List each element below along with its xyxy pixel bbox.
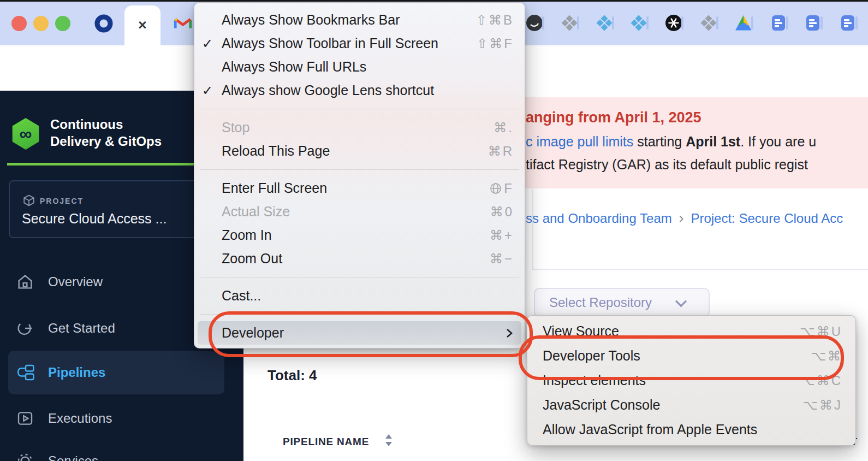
menu-item-label: Always Show Toolbar in Full Screen bbox=[222, 36, 438, 51]
menu-item-label: Cast... bbox=[222, 288, 261, 304]
menu-shortcut: ⌘0 bbox=[490, 204, 514, 220]
menu-separator bbox=[200, 169, 519, 170]
tab-separator bbox=[786, 16, 788, 29]
view-menu: Always Show Bookmarks Bar⇧⌘B✓Always Show… bbox=[194, 2, 525, 348]
menu-item-stop: Stop⌘. bbox=[194, 116, 525, 139]
menu-item-allow-javascript-from-apple-events[interactable]: Allow JavaScript from Apple Events bbox=[527, 417, 855, 442]
diamond-blue-icon[interactable] bbox=[630, 14, 647, 32]
menu-item-label: Zoom In bbox=[222, 227, 272, 243]
breadcrumb-project[interactable]: Project: Secure Cloud Acc bbox=[691, 211, 843, 226]
tab-separator bbox=[577, 16, 579, 29]
tab-close-icon[interactable]: × bbox=[138, 18, 147, 33]
menu-item-actual-size: Actual Size⌘0 bbox=[194, 200, 525, 223]
window-close-button[interactable] bbox=[11, 16, 27, 31]
sidebar-item-executions[interactable]: Executions bbox=[0, 402, 243, 435]
globe-icon bbox=[490, 182, 502, 194]
dark-circle-icon[interactable] bbox=[526, 14, 543, 32]
sidebar-item-label: Executions bbox=[48, 411, 112, 426]
menu-item-javascript-console[interactable]: JavaScript Console⌥⌘J bbox=[527, 393, 855, 417]
sidebar-item-label: Services bbox=[48, 453, 98, 461]
window-minimize-button[interactable] bbox=[33, 16, 49, 31]
sidebar-item-services[interactable]: Services bbox=[0, 445, 243, 461]
breadcrumb: ss and Onboarding Team › Project: Secure… bbox=[526, 210, 843, 227]
gear-icon bbox=[16, 452, 34, 461]
panel-divider-horizontal bbox=[532, 269, 868, 270]
window-zoom-button[interactable] bbox=[55, 16, 70, 31]
breadcrumb-separator: › bbox=[679, 210, 684, 227]
docs-icon[interactable] bbox=[804, 14, 822, 32]
chevron-down-icon bbox=[675, 295, 687, 307]
ring-favicon[interactable] bbox=[94, 14, 113, 33]
pipelines-icon bbox=[16, 364, 34, 381]
menu-item-label: Zoom Out bbox=[222, 251, 282, 267]
menu-item-zoom-in[interactable]: Zoom In⌘+ bbox=[194, 223, 525, 247]
tab-separator bbox=[612, 16, 614, 29]
banner-line2: tifact Registry (GAR) as its default pub… bbox=[526, 157, 808, 173]
diamond-gray-icon[interactable] bbox=[561, 14, 578, 32]
banner-line1: c image pull limits starting April 1st. … bbox=[526, 134, 816, 150]
annotation-circle-developer bbox=[209, 311, 533, 357]
menu-shortcut: ⇧⌘F bbox=[477, 36, 514, 51]
tab-separator bbox=[681, 16, 683, 29]
tab-separator bbox=[751, 16, 753, 29]
diamond-gray-icon[interactable] bbox=[700, 14, 717, 32]
menu-item-label: Always Show Full URLs bbox=[222, 59, 366, 75]
sidebar-item-pipelines[interactable]: Pipelines bbox=[0, 356, 243, 389]
checkmark-icon: ✓ bbox=[202, 36, 213, 51]
drive-icon[interactable] bbox=[735, 14, 752, 32]
menu-item-label: Stop bbox=[222, 120, 249, 135]
breadcrumb-org[interactable]: ss and Onboarding Team bbox=[526, 211, 672, 226]
menu-shortcut: ⌘+ bbox=[490, 228, 514, 243]
menu-shortcut: ⌘. bbox=[494, 120, 514, 135]
panel-divider-vertical bbox=[532, 190, 533, 269]
cube-icon bbox=[23, 194, 35, 206]
tab-separator bbox=[821, 16, 823, 29]
menu-shortcut: ⌘− bbox=[490, 251, 514, 267]
checkmark-icon: ✓ bbox=[202, 83, 213, 98]
diamond-blue-icon[interactable] bbox=[596, 14, 613, 32]
annotation-circle-developer-tools bbox=[519, 335, 844, 380]
menu-item-always-show-bookmarks-bar[interactable]: Always Show Bookmarks Bar⇧⌘B bbox=[194, 8, 525, 32]
sidebar-item-label: Overview bbox=[48, 274, 103, 289]
menu-item-label: Always Show Bookmarks Bar bbox=[222, 12, 400, 28]
menu-shortcut: ⌥⌘J bbox=[802, 398, 842, 413]
banner-title: anging from April 1, 2025 bbox=[526, 109, 701, 126]
gmail-icon[interactable] bbox=[174, 16, 192, 30]
tab-separator bbox=[716, 16, 718, 29]
docs-icon[interactable] bbox=[839, 14, 857, 32]
active-tab[interactable]: × bbox=[124, 5, 160, 45]
menu-item-label: Reload This Page bbox=[222, 143, 330, 159]
docs-icon[interactable] bbox=[770, 14, 787, 32]
menu-item-zoom-out[interactable]: Zoom Out⌘− bbox=[194, 247, 525, 270]
module-title-line1: Continuous bbox=[50, 117, 123, 132]
column-header-pipeline-name[interactable]: PIPELINE NAME bbox=[283, 436, 369, 448]
menu-item-always-show-toolbar-in-full-screen[interactable]: ✓Always Show Toolbar in Full Screen⇧⌘F bbox=[194, 32, 525, 55]
menu-item-label: Actual Size bbox=[222, 204, 290, 220]
tab-separator bbox=[646, 16, 649, 29]
banner-link[interactable]: c image pull limits bbox=[526, 134, 633, 149]
sort-icon[interactable] bbox=[385, 434, 393, 448]
menu-item-label: Allow JavaScript from Apple Events bbox=[543, 422, 757, 438]
menu-item-label: JavaScript Console bbox=[543, 397, 660, 413]
total-count: Total: 4 bbox=[267, 367, 317, 384]
developer-submenu: View Source⌥⌘UDeveloper Tools⌥⌘Inspect e… bbox=[527, 315, 856, 446]
menu-item-always-show-google-lens-shortcut[interactable]: ✓Always show Google Lens shortcut bbox=[194, 79, 525, 102]
project-name: Secure Cloud Access ... bbox=[22, 211, 167, 227]
chatgpt-icon[interactable] bbox=[665, 14, 682, 32]
menu-item-cast[interactable]: Cast... bbox=[194, 284, 525, 308]
menu-separator bbox=[200, 277, 519, 277]
menu-item-always-show-full-urls[interactable]: Always Show Full URLs bbox=[194, 55, 525, 79]
home-icon bbox=[16, 273, 34, 291]
harness-cd-logo-icon: ∞ bbox=[11, 118, 40, 150]
menu-item-enter-full-screen[interactable]: Enter Full ScreenF bbox=[194, 176, 525, 200]
menu-item-reload-this-page[interactable]: Reload This Page⌘R bbox=[194, 139, 525, 163]
select-repository-dropdown[interactable]: Select Repository bbox=[534, 288, 710, 317]
sidebar-item-label: Pipelines bbox=[48, 365, 105, 380]
menu-shortcut: ⇧⌘B bbox=[476, 13, 514, 28]
tab-separator bbox=[542, 16, 544, 29]
tab-separator bbox=[855, 16, 858, 29]
screenshot-root: × ← → app3 n5xA/modu bbox=[0, 0, 868, 461]
get-started-icon bbox=[16, 320, 34, 337]
executions-icon bbox=[16, 410, 34, 427]
menu-shortcut: F bbox=[490, 181, 514, 196]
